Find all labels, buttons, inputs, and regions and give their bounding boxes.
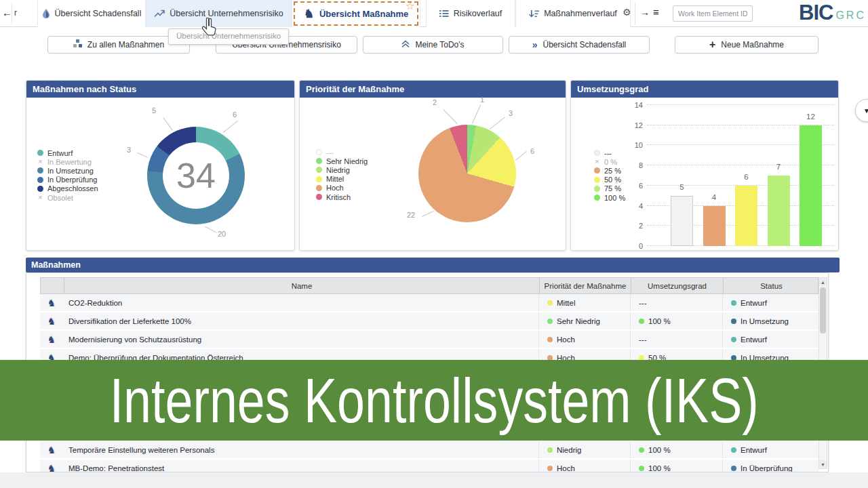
- double-chevron-right-icon: »: [532, 39, 538, 50]
- panel-title: Maßnahmen nach Status: [26, 81, 294, 98]
- legend-item[interactable]: ×In Bewertung: [37, 157, 98, 166]
- legend-label: In Überprüfung: [47, 176, 97, 184]
- tab-massnahmenverlauf[interactable]: Maßnahmenverlauf: [515, 0, 631, 27]
- column-header-name[interactable]: Name: [64, 278, 539, 293]
- table-cell: Entwurf: [722, 441, 818, 458]
- legend-item[interactable]: ×Obsolet: [37, 193, 98, 202]
- hamburger-menu-icon[interactable]: ≡: [653, 6, 659, 18]
- table-cell: Hoch: [538, 460, 630, 472]
- legend-label: In Bewertung: [47, 158, 92, 166]
- tab-risikoverlauf[interactable]: Risikoverlauf: [426, 0, 515, 27]
- org-icon: [73, 39, 82, 50]
- knight-icon: ♞: [304, 8, 314, 20]
- column-header-prioritaet[interactable]: Priorität der Maßnahme: [539, 278, 631, 293]
- slice-label: 22: [407, 211, 415, 219]
- legend-swatch-icon: [37, 150, 43, 156]
- legend-item[interactable]: 75 %: [594, 184, 625, 193]
- measure-name: Diversifikation der Lieferkette 100%: [63, 312, 538, 329]
- collapse-panel-button[interactable]: ▼: [855, 99, 868, 122]
- forward-arrow-icon[interactable]: →: [640, 7, 650, 18]
- grade-legend: ---×0 %25 %50 %75 %100 %: [594, 148, 625, 202]
- measure-name: CO2-Reduktion: [63, 294, 538, 311]
- status-donut-chart[interactable]: 34: [147, 127, 245, 224]
- priority-legend: ---Sehr NiedrigNiedrigMittelHochKritisch: [316, 148, 368, 201]
- favorite-star-icon[interactable]: ☆: [406, 0, 414, 12]
- legend-item[interactable]: In Umsetzung: [37, 166, 98, 175]
- legend-item[interactable]: Niedrig: [316, 165, 368, 174]
- gridline: [647, 104, 834, 105]
- table-cell: Mittel: [538, 294, 630, 311]
- scroll-up-icon[interactable]: ▲: [819, 278, 827, 286]
- legend-item[interactable]: 50 %: [594, 176, 625, 184]
- table-row[interactable]: ♞Temporäre Einstellung weiteren Personal…: [40, 441, 818, 460]
- legend-item[interactable]: Abgeschlossen: [37, 184, 98, 193]
- tab-uebersicht-schadensfall[interactable]: Übersicht Schadensfall: [37, 0, 146, 27]
- measure-icon: ♞: [47, 298, 56, 308]
- top-navigation-bar: ← r Übersicht Schadensfall Übersicht Unt…: [0, 0, 868, 27]
- divider: [12, 3, 12, 24]
- table-cell: ---: [630, 294, 722, 311]
- legend-item[interactable]: Hoch: [316, 184, 368, 192]
- legend-label: Mittel: [326, 175, 344, 183]
- table-row[interactable]: ♞Diversifikation der Lieferkette 100%Seh…: [40, 312, 818, 331]
- legend-item[interactable]: 25 %: [594, 166, 625, 175]
- back-icon[interactable]: ←: [2, 7, 12, 18]
- tab-uebersicht-massnahme[interactable]: ♞ Übersicht Maßnahme: [292, 0, 420, 27]
- legend-label: ---: [326, 148, 334, 157]
- table-cell: ♞: [40, 312, 63, 329]
- leader-line: [472, 105, 481, 124]
- table-row[interactable]: ♞CO2-ReduktionMittel---Entwurf: [40, 294, 818, 312]
- legend-label: 0 %: [604, 158, 617, 166]
- table-row[interactable]: ♞Modernisierung von SchutzausrüstungHoch…: [40, 331, 818, 349]
- legend-item[interactable]: In Überprüfung: [37, 176, 98, 184]
- table-cell: In Umsetzung: [722, 312, 818, 329]
- bar-50 %[interactable]: [735, 186, 757, 246]
- legend-label: 25 %: [604, 167, 621, 175]
- button-label: Neue Maßnahme: [721, 40, 784, 49]
- plus-icon: +: [709, 39, 715, 50]
- y-tick-label: 14: [623, 101, 643, 109]
- bar-25 %[interactable]: [703, 206, 726, 246]
- divider: [635, 3, 635, 24]
- scrollbar-thumb[interactable]: [820, 287, 826, 333]
- table-cell: ♞: [40, 294, 63, 311]
- work-item-id-input[interactable]: [673, 5, 753, 22]
- neue-massnahme-button[interactable]: + Neue Maßnahme: [675, 36, 818, 54]
- legend-item[interactable]: 100 %: [594, 193, 625, 202]
- trend-up-icon: [154, 9, 165, 18]
- column-header-umsetzungsgrad[interactable]: Umsetzungsgrad: [631, 278, 723, 293]
- droplet-icon: [42, 9, 50, 18]
- bar-75 %[interactable]: [768, 176, 790, 246]
- bar-value-label: 12: [794, 113, 827, 121]
- uebersicht-schadensfall-button[interactable]: » Übersicht Schadensfall: [509, 36, 650, 54]
- leader-line: [223, 120, 238, 132]
- tab-uebersicht-unternehmensrisiko[interactable]: Übersicht Unternehmensrisiko: [146, 0, 292, 27]
- legend-swatch-icon: [316, 194, 322, 200]
- header-icon-cell: [41, 278, 64, 293]
- table-header-row: Name Priorität der Maßnahme Umsetzungsgr…: [40, 277, 818, 294]
- legend-item[interactable]: Kritisch: [316, 192, 368, 201]
- legend-item[interactable]: Sehr Niedrig: [316, 157, 368, 165]
- table-cell: 100 %: [630, 312, 722, 329]
- column-header-status[interactable]: Status: [723, 278, 819, 293]
- legend-item[interactable]: Entwurf: [37, 148, 98, 157]
- legend-swatch-icon: [316, 158, 322, 164]
- logo-secondary: GRC: [835, 7, 866, 24]
- bar----[interactable]: [671, 196, 693, 246]
- bar-100 %[interactable]: [800, 125, 822, 246]
- meine-todos-button[interactable]: Meine ToDo's: [363, 36, 503, 54]
- legend-item[interactable]: ---: [316, 148, 368, 157]
- legend-item[interactable]: ---: [594, 148, 625, 157]
- table-cell: 100 %: [630, 441, 722, 458]
- scroll-down-icon[interactable]: ▼: [819, 460, 827, 468]
- status-dot-icon: [547, 466, 553, 471]
- clipped-tab[interactable]: r: [14, 8, 17, 18]
- legend-label: Sehr Niedrig: [326, 157, 368, 165]
- priority-pie-chart[interactable]: [418, 125, 516, 222]
- mouse-cursor-icon: [201, 18, 217, 39]
- gear-icon[interactable]: ⚙: [623, 7, 631, 18]
- legend-item[interactable]: Mittel: [316, 175, 368, 184]
- status-dot-icon: [731, 337, 736, 342]
- table-row[interactable]: ♞MB-Demo: PenetrationstestHoch100 %In Üb…: [40, 460, 818, 472]
- legend-item[interactable]: ×0 %: [594, 157, 625, 166]
